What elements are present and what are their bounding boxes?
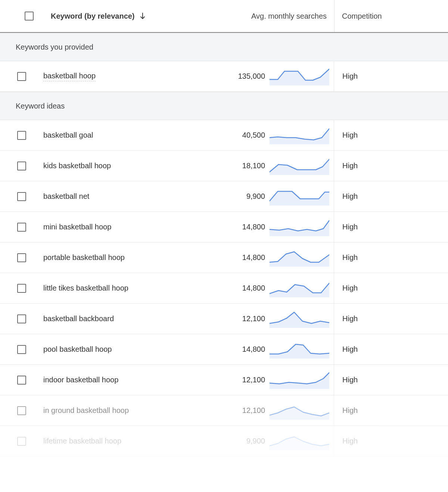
sort-down-icon[interactable] — [139, 12, 146, 20]
cell-searches: 135,000 — [194, 61, 334, 91]
table-row: kids basketball hoop18,100 High — [0, 151, 448, 181]
row-checkbox[interactable] — [17, 406, 26, 415]
cell-competition: High — [334, 365, 448, 395]
select-all-wrap — [7, 12, 51, 21]
cell-keyword: little tikes basketball hoop — [0, 273, 194, 303]
sparkline — [270, 310, 329, 328]
keyword-text[interactable]: basketball net — [43, 192, 89, 201]
cell-keyword: indoor basketball hoop — [0, 365, 194, 395]
keyword-text[interactable]: basketball goal — [43, 131, 93, 140]
cell-keyword: basketball backboard — [0, 304, 194, 334]
cell-searches: 40,500 — [194, 120, 334, 150]
checkbox-wrap — [0, 284, 43, 293]
sparkline — [270, 218, 329, 236]
searches-value: 12,100 — [231, 376, 265, 384]
table-row: little tikes basketball hoop14,800 High — [0, 273, 448, 304]
checkbox-wrap — [0, 314, 43, 323]
keyword-text[interactable]: portable basketball hoop — [43, 253, 125, 262]
cell-competition: High — [334, 181, 448, 211]
cell-searches: 18,100 — [194, 151, 334, 181]
checkbox-wrap — [0, 131, 43, 140]
header-keyword[interactable]: Keyword (by relevance) — [0, 0, 194, 32]
row-checkbox[interactable] — [17, 192, 26, 201]
header-competition[interactable]: Competition — [334, 0, 448, 32]
keyword-text[interactable]: basketball hoop — [43, 72, 96, 81]
competition-value: High — [342, 253, 358, 262]
cell-keyword: basketball hoop — [0, 61, 194, 91]
select-all-checkbox[interactable] — [25, 12, 34, 21]
searches-value: 135,000 — [231, 72, 265, 81]
cell-competition: High — [334, 304, 448, 334]
cell-competition: High — [334, 273, 448, 303]
checkbox-wrap — [0, 437, 43, 446]
section-provided-label: Keywords you provided — [16, 43, 93, 51]
row-checkbox[interactable] — [17, 314, 26, 323]
row-checkbox[interactable] — [17, 284, 26, 293]
row-checkbox[interactable] — [17, 162, 26, 170]
row-checkbox[interactable] — [17, 376, 26, 385]
sparkline — [270, 341, 329, 358]
cell-searches: 14,800 — [194, 334, 334, 364]
keyword-text[interactable]: pool basketball hoop — [43, 345, 112, 354]
competition-value: High — [342, 345, 358, 354]
sparkline — [270, 432, 329, 450]
keyword-text[interactable]: lifetime basketball hoop — [43, 437, 121, 445]
header-searches-label: Avg. monthly searches — [251, 12, 327, 21]
keyword-text[interactable]: indoor basketball hoop — [43, 376, 118, 384]
cell-searches: 12,100 — [194, 395, 334, 426]
competition-value: High — [342, 223, 358, 231]
sparkline — [270, 249, 329, 267]
row-checkbox[interactable] — [17, 131, 26, 140]
row-checkbox[interactable] — [17, 437, 26, 446]
section-provided: Keywords you provided — [0, 33, 448, 61]
competition-value: High — [342, 162, 358, 170]
keyword-text[interactable]: basketball backboard — [43, 314, 114, 323]
header-searches[interactable]: Avg. monthly searches — [194, 0, 334, 32]
row-checkbox[interactable] — [17, 72, 26, 81]
cell-competition: High — [334, 212, 448, 242]
table-row: mini basketball hoop14,800 High — [0, 212, 448, 242]
checkbox-wrap — [0, 376, 43, 385]
sparkline — [270, 402, 329, 420]
sparkline — [270, 188, 329, 206]
row-checkbox[interactable] — [17, 345, 26, 354]
table-row: in ground basketball hoop12,100 High — [0, 395, 448, 426]
competition-value: High — [342, 406, 358, 415]
cell-competition: High — [334, 395, 448, 426]
searches-value: 9,900 — [231, 437, 265, 445]
section-ideas: Keyword ideas — [0, 92, 448, 120]
competition-value: High — [342, 314, 358, 323]
keyword-table: Keyword (by relevance) Avg. monthly sear… — [0, 0, 448, 457]
cell-competition: High — [334, 61, 448, 91]
row-checkbox[interactable] — [17, 223, 26, 232]
table-row: indoor basketball hoop12,100 High — [0, 365, 448, 395]
table-row: basketball net9,900 High — [0, 181, 448, 212]
cell-keyword: portable basketball hoop — [0, 242, 194, 273]
sparkline — [270, 279, 329, 297]
keyword-text[interactable]: little tikes basketball hoop — [43, 284, 128, 292]
searches-value: 12,100 — [231, 314, 265, 323]
checkbox-wrap — [0, 223, 43, 232]
cell-competition: High — [334, 426, 448, 456]
cell-keyword: basketball goal — [0, 120, 194, 150]
searches-value: 9,900 — [231, 192, 265, 201]
keyword-text[interactable]: kids basketball hoop — [43, 162, 111, 170]
row-checkbox[interactable] — [17, 253, 26, 262]
sparkline — [270, 68, 329, 85]
sparkline — [270, 126, 329, 144]
searches-value: 18,100 — [231, 162, 265, 170]
cell-searches: 12,100 — [194, 304, 334, 334]
searches-value: 14,800 — [231, 345, 265, 354]
searches-value: 14,800 — [231, 223, 265, 231]
table-row: pool basketball hoop14,800 High — [0, 334, 448, 365]
cell-competition: High — [334, 120, 448, 150]
cell-searches: 9,900 — [194, 181, 334, 211]
searches-value: 14,800 — [231, 253, 265, 262]
competition-value: High — [342, 437, 358, 445]
keyword-text[interactable]: in ground basketball hoop — [43, 406, 129, 415]
competition-value: High — [342, 72, 358, 81]
keyword-text[interactable]: mini basketball hoop — [43, 223, 111, 231]
cell-keyword: in ground basketball hoop — [0, 395, 194, 426]
searches-value: 40,500 — [231, 131, 265, 140]
cell-searches: 14,800 — [194, 212, 334, 242]
